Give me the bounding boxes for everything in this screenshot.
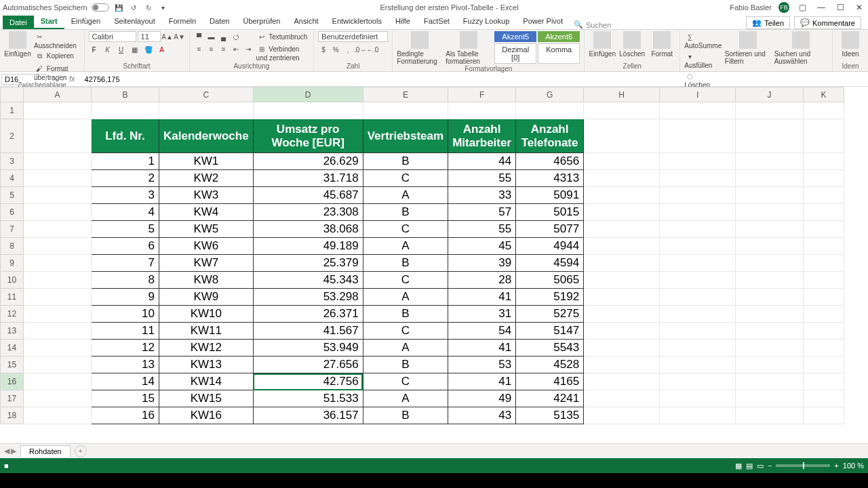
merge-button[interactable]: ⊞ Verbinden und zentrieren bbox=[256, 43, 310, 62]
cell-C4[interactable]: KW2 bbox=[159, 170, 254, 187]
row-header[interactable]: 6 bbox=[1, 204, 24, 221]
col-header-I[interactable]: I bbox=[660, 87, 736, 102]
row-header[interactable]: 8 bbox=[1, 238, 24, 255]
col-header-H[interactable]: H bbox=[584, 87, 660, 102]
fill-button[interactable]: ▾ Ausfüllen bbox=[684, 51, 722, 69]
cell-D4[interactable]: 31.718 bbox=[253, 170, 363, 187]
name-box[interactable]: D16 bbox=[1, 74, 46, 85]
tab-power pivot[interactable]: Power Pivot bbox=[516, 14, 570, 29]
cell-D3[interactable]: 26.629 bbox=[253, 153, 363, 170]
cell-I9[interactable] bbox=[660, 255, 736, 272]
undo-icon[interactable]: ↺ bbox=[128, 2, 139, 13]
sort-filter-button[interactable]: Sortieren und Filtern bbox=[725, 31, 772, 65]
zoom-slider[interactable] bbox=[776, 464, 830, 467]
cell-D12[interactable]: 26.371 bbox=[253, 306, 363, 323]
cell-J9[interactable] bbox=[736, 255, 804, 272]
cell-H11[interactable] bbox=[584, 289, 660, 306]
row-header[interactable]: 14 bbox=[1, 340, 24, 357]
cell-B18[interactable]: 16 bbox=[92, 407, 159, 424]
ideas-button[interactable]: Ideen bbox=[837, 31, 864, 58]
cell-I16[interactable] bbox=[660, 373, 736, 390]
cell-F4[interactable]: 55 bbox=[448, 170, 516, 187]
cell-C9[interactable]: KW7 bbox=[159, 255, 254, 272]
user-avatar[interactable]: FB bbox=[778, 2, 789, 13]
cell-J5[interactable] bbox=[736, 187, 804, 204]
cell-G2[interactable]: Anzahl Telefonate bbox=[516, 119, 584, 153]
cell-C14[interactable]: KW12 bbox=[159, 340, 254, 357]
cell-E16[interactable]: C bbox=[363, 373, 448, 390]
cell-J7[interactable] bbox=[736, 221, 804, 238]
col-header-E[interactable]: E bbox=[363, 87, 448, 102]
cell-G1[interactable] bbox=[516, 102, 584, 119]
border-icon[interactable]: ▦ bbox=[130, 44, 140, 55]
cell-B17[interactable]: 15 bbox=[92, 390, 159, 407]
cell-J8[interactable] bbox=[736, 238, 804, 255]
page-layout-view-icon[interactable]: ▤ bbox=[746, 462, 753, 470]
cell-I5[interactable] bbox=[660, 187, 736, 204]
cell-C17[interactable]: KW15 bbox=[159, 390, 254, 407]
select-all-corner[interactable] bbox=[1, 87, 24, 102]
cell-D13[interactable]: 41.567 bbox=[253, 323, 363, 340]
row-header[interactable]: 2 bbox=[1, 119, 24, 153]
cell-I11[interactable] bbox=[660, 289, 736, 306]
cell-A13[interactable] bbox=[24, 323, 92, 340]
cell-I8[interactable] bbox=[660, 238, 736, 255]
cell-C12[interactable]: KW10 bbox=[159, 306, 254, 323]
tab-ansicht[interactable]: Ansicht bbox=[287, 14, 325, 29]
cell-K7[interactable] bbox=[804, 221, 844, 238]
style-accent5[interactable]: Akzent5 bbox=[494, 31, 536, 42]
cell-A17[interactable] bbox=[24, 390, 92, 407]
inc-decimal-icon[interactable]: .0→ bbox=[355, 44, 366, 55]
cancel-formula-icon[interactable]: ✕ bbox=[52, 75, 58, 83]
autosum-button[interactable]: ∑ AutoSumme bbox=[684, 31, 722, 49]
tell-me-search[interactable]: 🔍 Suchen bbox=[574, 20, 611, 29]
cell-E4[interactable]: C bbox=[363, 170, 448, 187]
cell-E9[interactable]: B bbox=[363, 255, 448, 272]
cell-E1[interactable] bbox=[363, 102, 448, 119]
font-size-select[interactable]: 11 bbox=[138, 31, 161, 42]
cell-A3[interactable] bbox=[24, 153, 92, 170]
cell-A8[interactable] bbox=[24, 238, 92, 255]
cell-F15[interactable]: 53 bbox=[448, 357, 516, 373]
cell-B14[interactable]: 12 bbox=[92, 340, 159, 357]
cell-K13[interactable] bbox=[804, 323, 844, 340]
row-header[interactable]: 5 bbox=[1, 187, 24, 204]
cell-E18[interactable]: B bbox=[363, 407, 448, 424]
cell-C7[interactable]: KW5 bbox=[159, 221, 254, 238]
cell-A14[interactable] bbox=[24, 340, 92, 357]
align-bottom-icon[interactable]: ▄ bbox=[218, 31, 229, 42]
cell-K12[interactable] bbox=[804, 306, 844, 323]
cell-J17[interactable] bbox=[736, 390, 804, 407]
cell-K17[interactable] bbox=[804, 390, 844, 407]
cell-F3[interactable]: 44 bbox=[448, 153, 516, 170]
cell-A10[interactable] bbox=[24, 272, 92, 289]
cell-J6[interactable] bbox=[736, 204, 804, 221]
cell-F18[interactable]: 43 bbox=[448, 407, 516, 424]
cell-A15[interactable] bbox=[24, 357, 92, 373]
cell-I15[interactable] bbox=[660, 357, 736, 373]
cell-F10[interactable]: 28 bbox=[448, 272, 516, 289]
paste-button[interactable]: Einfügen bbox=[4, 31, 31, 58]
cell-H4[interactable] bbox=[584, 170, 660, 187]
cell-C1[interactable] bbox=[159, 102, 254, 119]
cell-J1[interactable] bbox=[736, 102, 804, 119]
row-header[interactable]: 10 bbox=[1, 272, 24, 289]
cell-G10[interactable]: 5065 bbox=[516, 272, 584, 289]
percent-icon[interactable]: % bbox=[330, 44, 341, 55]
cell-G7[interactable]: 5077 bbox=[516, 221, 584, 238]
cell-H18[interactable] bbox=[584, 407, 660, 424]
formula-input[interactable]: 42756,175 bbox=[81, 75, 868, 83]
cell-H16[interactable] bbox=[584, 373, 660, 390]
find-select-button[interactable]: Suchen und Auswählen bbox=[774, 31, 828, 65]
font-color-icon[interactable]: A bbox=[157, 44, 167, 55]
style-dezimal[interactable]: Dezimal [0] bbox=[494, 43, 536, 64]
cell-J15[interactable] bbox=[736, 357, 804, 373]
cell-G5[interactable]: 5091 bbox=[516, 187, 584, 204]
cell-D9[interactable]: 25.379 bbox=[253, 255, 363, 272]
cell-J16[interactable] bbox=[736, 373, 804, 390]
cell-I18[interactable] bbox=[660, 407, 736, 424]
cell-C6[interactable]: KW4 bbox=[159, 204, 254, 221]
row-header[interactable]: 1 bbox=[1, 102, 24, 119]
cell-D15[interactable]: 27.656 bbox=[253, 357, 363, 373]
save-icon[interactable]: 💾 bbox=[113, 2, 124, 13]
